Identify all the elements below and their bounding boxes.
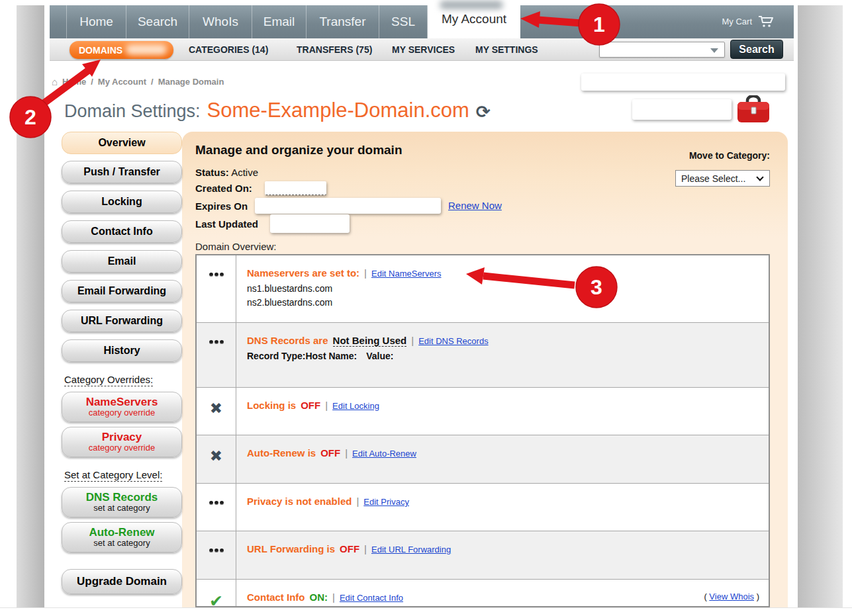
row-title: DNS Records are [247, 335, 328, 346]
row-title: Nameservers are set to: [247, 267, 359, 279]
breadcrumb-separator: / [151, 77, 154, 87]
status-line: Status: Active [195, 167, 258, 178]
cart-icon [758, 15, 775, 28]
sidebar-item-nameservers-override[interactable]: NameServers category override [62, 392, 182, 422]
upgrade-domain-button[interactable]: Upgrade Domain [62, 569, 182, 594]
search-button[interactable]: Search [730, 40, 783, 59]
breadcrumb-my-account[interactable]: My Account [98, 77, 146, 87]
main-nav: Home Search WhoIs Email Transfer SSL My … [50, 5, 794, 38]
nav-tab-ssl[interactable]: SSL [379, 5, 428, 38]
expires-label: Expires On [195, 200, 248, 212]
my-cart-button[interactable]: My Cart [722, 15, 776, 28]
row-title: Contact Info [247, 592, 305, 603]
sub-nav: DOMAINS CATEGORIES (14) TRANSFERS (75) M… [50, 38, 794, 61]
sidebar-item-push-transfer[interactable]: Push / Transfer [62, 161, 182, 183]
status-label: Status: [195, 167, 229, 178]
breadcrumb-current: Manage Domain [158, 77, 224, 87]
nav-tab-search[interactable]: Search [126, 5, 189, 38]
table-row-locking: ✖ Locking is OFF | Edit Locking [197, 388, 769, 435]
subnav-item-domains[interactable]: DOMAINS [70, 41, 173, 59]
redacted-box [632, 99, 732, 120]
sidebar-item-contact-info[interactable]: Contact Info [62, 220, 182, 243]
subnav-item-transfers[interactable]: TRANSFERS (75) [297, 44, 372, 55]
category-select-value: Please Select... [681, 173, 745, 184]
status-x-icon: ✖ [210, 449, 222, 483]
table-row-url-forwarding: URL Forwarding is OFF | Edit URL Forward… [197, 531, 769, 580]
table-row-nameservers: Nameservers are set to: | Edit NameServe… [197, 255, 769, 323]
sidebar-item-dns-records-category[interactable]: DNS Records set at category [62, 487, 182, 517]
category-title: Auto-Renew [89, 527, 154, 539]
status-x-icon: ✖ [210, 401, 222, 435]
row-status: OFF [320, 447, 340, 459]
breadcrumb-home[interactable]: Home [62, 77, 86, 87]
sidebar-item-auto-renew-category[interactable]: Auto-Renew set at category [62, 522, 182, 552]
nav-tab-email[interactable]: Email [252, 5, 307, 38]
status-check-icon: ✔ [209, 593, 223, 607]
sidebar-item-email[interactable]: Email [62, 250, 182, 273]
category-select[interactable]: Please Select... [675, 170, 770, 187]
view-whois-wrap: ( View Whois ) [704, 592, 759, 601]
search-combobox[interactable] [599, 42, 725, 58]
nameserver-2: ns2.bluestardns.com [247, 296, 757, 310]
set-at-category-heading: Set at Category Level: [64, 469, 162, 482]
sidebar-item-overview[interactable]: Overview [62, 132, 182, 154]
status-dots-icon [209, 549, 224, 579]
edit-auto-renew-link[interactable]: Edit Auto-Renew [352, 449, 416, 459]
breadcrumb-separator: / [91, 77, 93, 87]
edit-nameservers-link[interactable]: Edit NameServers [371, 269, 441, 279]
category-subtitle: set at category [93, 539, 150, 548]
status-dots-icon [209, 501, 224, 531]
page-background-left [17, 5, 44, 607]
category-overrides-heading: Category Overrides: [64, 374, 153, 386]
nav-tab-whois[interactable]: WhoIs [189, 5, 252, 38]
subnav-item-categories[interactable]: CATEGORIES (14) [189, 44, 268, 55]
expires-line: Expires On [195, 200, 248, 212]
subnav-domains-label: DOMAINS [79, 45, 122, 56]
table-row-auto-renew: ✖ Auto-Renew is OFF | Edit Auto-Renew [197, 435, 769, 484]
status-dots-icon [209, 340, 224, 387]
domain-name: Some-Example-Domain.com [207, 99, 469, 122]
toolbox-icon[interactable] [736, 95, 771, 124]
screen: Home Search WhoIs Email Transfer SSL My … [0, 0, 852, 616]
dropdown-caret-icon[interactable] [710, 48, 718, 53]
page-background-right [798, 5, 843, 607]
host-name-label: Host Name: [305, 351, 357, 361]
row-status: Not Being Used [333, 335, 407, 347]
nav-tab-my-account-label: My Account [442, 12, 506, 26]
subnav-item-my-services[interactable]: MY SERVICES [392, 44, 455, 55]
view-whois-link[interactable]: View Whois [709, 592, 754, 601]
row-title: Privacy is not enabled [247, 496, 352, 507]
created-label: Created On: [195, 183, 252, 194]
row-title: URL Forwarding is [247, 543, 335, 554]
redacted-box [581, 73, 785, 91]
domain-overview-table: Nameservers are set to: | Edit NameServe… [195, 254, 770, 607]
table-row-dns-records: DNS Records are Not Being Used | Edit DN… [197, 323, 769, 388]
chevron-down-icon [756, 173, 763, 181]
sidebar-item-url-forwarding[interactable]: URL Forwarding [62, 310, 182, 332]
sidebar: Overview Push / Transfer Locking Contact… [62, 132, 183, 594]
sidebar-item-privacy-override[interactable]: Privacy category override [62, 427, 182, 457]
nav-tab-transfer[interactable]: Transfer [307, 5, 379, 38]
override-subtitle: category override [89, 408, 155, 418]
redaction-smudge [440, 1, 503, 9]
edit-url-forwarding-link[interactable]: Edit URL Forwarding [371, 545, 451, 554]
renew-now-link[interactable]: Renew Now [448, 200, 502, 211]
sidebar-item-locking[interactable]: Locking [62, 191, 182, 213]
refresh-icon[interactable]: ⟳ [476, 102, 491, 122]
nav-tab-home[interactable]: Home [66, 5, 126, 38]
sidebar-item-history[interactable]: History [62, 339, 182, 362]
status-value: Active [231, 167, 258, 178]
my-cart-label: My Cart [722, 17, 753, 26]
nameserver-1: ns1.bluestardns.com [247, 282, 757, 296]
nav-tab-my-account[interactable]: My Account [428, 0, 520, 38]
override-title: Privacy [102, 431, 142, 443]
sidebar-item-email-forwarding[interactable]: Email Forwarding [62, 280, 182, 302]
subnav-item-my-settings[interactable]: MY SETTINGS [475, 44, 538, 55]
bottom-band [0, 607, 852, 616]
created-line: Created On: [195, 183, 252, 194]
edit-locking-link[interactable]: Edit Locking [332, 401, 379, 411]
edit-contact-info-link[interactable]: Edit Contact Info [340, 593, 403, 603]
edit-privacy-link[interactable]: Edit Privacy [363, 497, 409, 507]
last-updated-label: Last Updated [195, 218, 258, 230]
edit-dns-records-link[interactable]: Edit DNS Records [418, 336, 488, 346]
